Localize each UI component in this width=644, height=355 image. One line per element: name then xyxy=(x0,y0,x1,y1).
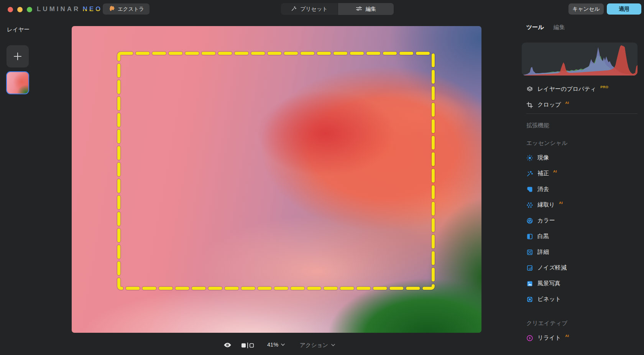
window-zoom-button[interactable] xyxy=(27,7,32,12)
layer-thumbnail[interactable] xyxy=(6,71,29,94)
extras-button[interactable]: エクストラ xyxy=(103,3,150,15)
tool-label: ビネット xyxy=(537,296,561,303)
zoom-level-dropdown[interactable]: 41% xyxy=(267,342,285,348)
tool-label: 白黒 xyxy=(537,233,549,240)
logo-text-luminar: LUMINAR xyxy=(37,5,80,13)
preview-toggle-button[interactable] xyxy=(223,342,232,350)
actions-dropdown[interactable]: アクション xyxy=(300,342,335,349)
tool-vignette[interactable]: ビネット xyxy=(526,291,641,307)
tool-relight[interactable]: リライト AI xyxy=(526,330,641,346)
tool-label: クロップ xyxy=(537,101,561,108)
details-checker-icon xyxy=(526,249,533,256)
tool-label: 風景写真 xyxy=(537,280,560,287)
section-creative: クリエイティブ xyxy=(526,307,641,330)
tool-layer-properties[interactable]: レイヤーのプロパティ PRO xyxy=(526,81,641,97)
logo-text-neo: NEO xyxy=(82,5,102,13)
eye-icon xyxy=(223,342,232,348)
histogram-panel xyxy=(522,43,637,76)
ai-badge: AI xyxy=(559,201,563,205)
tool-label: 現像 xyxy=(537,154,549,161)
app-logo: LUMINARNEO xyxy=(37,5,102,13)
histogram-chart xyxy=(522,43,637,76)
tool-details[interactable]: 詳細 xyxy=(526,244,641,260)
tool-label: 補正 xyxy=(537,170,549,177)
apply-button[interactable]: 適用 xyxy=(607,3,641,15)
tool-crop[interactable]: クロップ AI xyxy=(526,97,641,113)
pro-badge: PRO xyxy=(600,85,608,89)
tools-list: レイヤーのプロパティ PRO クロップ AI 拡張機能 エッセンシャル 現像 補… xyxy=(526,81,641,346)
tool-label: 縁取り xyxy=(537,201,555,209)
add-layer-button[interactable] xyxy=(7,45,29,67)
landscape-photo-icon xyxy=(526,280,533,287)
tool-black-white[interactable]: 白黒 xyxy=(526,228,641,244)
tab-presets[interactable]: プリセット xyxy=(281,3,338,15)
selection-overlay[interactable] xyxy=(72,26,481,333)
tool-label: 消去 xyxy=(537,186,549,193)
chevron-down-icon xyxy=(281,343,285,346)
tab-edits[interactable]: 編集 xyxy=(554,24,565,31)
tool-enhance[interactable]: 補正 AI xyxy=(526,166,641,181)
ai-badge: AI xyxy=(565,101,569,105)
develop-sun-icon xyxy=(526,154,533,161)
layers-panel-title: レイヤー xyxy=(7,26,30,33)
right-panel-tabs: ツール 編集 xyxy=(526,24,565,31)
mode-tabs: プリセット 編集 xyxy=(281,3,394,15)
tool-label: レイヤーのプロパティ xyxy=(537,85,596,93)
tool-erase[interactable]: 消去 xyxy=(526,181,641,197)
tab-edit[interactable]: 編集 xyxy=(338,3,394,15)
selection-shadow xyxy=(119,53,433,288)
tool-label: リライト xyxy=(537,334,561,342)
compare-button[interactable] xyxy=(241,342,255,350)
tool-landscape[interactable]: 風景写真 xyxy=(526,276,641,291)
section-extensions: 拡張機能 xyxy=(526,115,641,132)
window-close-button[interactable] xyxy=(8,7,13,12)
enhance-sparkle-icon xyxy=(526,170,533,177)
layers-icon xyxy=(526,86,533,93)
tool-develop[interactable]: 現像 xyxy=(526,150,641,166)
black-white-icon xyxy=(526,233,533,240)
crop-icon xyxy=(526,102,533,108)
cancel-button[interactable]: キャンセル xyxy=(568,3,604,15)
selection-rectangle[interactable] xyxy=(119,53,433,288)
ai-badge: AI xyxy=(565,334,569,338)
luminar-neo-window: LUMINARNEO エクストラ プリセット 編集 キャンセル 適用 xyxy=(0,0,644,355)
structure-dots-icon xyxy=(526,202,533,209)
noise-reduction-icon xyxy=(526,265,533,271)
tool-color[interactable]: カラー xyxy=(526,213,641,228)
tool-label: カラー xyxy=(537,217,555,224)
eraser-icon xyxy=(526,186,533,193)
compare-icon xyxy=(241,342,255,348)
vignette-icon xyxy=(526,296,533,303)
actions-label: アクション xyxy=(300,342,328,349)
plus-icon xyxy=(13,51,23,61)
tab-tools[interactable]: ツール xyxy=(526,24,544,31)
tool-structure[interactable]: 縁取り AI xyxy=(526,197,641,213)
color-wheel-icon xyxy=(526,217,533,224)
ai-badge: AI xyxy=(553,169,557,173)
tool-label: ノイズ軽減 xyxy=(537,264,567,271)
extras-label: エクストラ xyxy=(118,6,144,13)
sliders-icon xyxy=(356,6,362,13)
tool-label: 詳細 xyxy=(537,248,549,256)
window-minimize-button[interactable] xyxy=(17,7,23,12)
photo-canvas[interactable] xyxy=(72,26,481,333)
tools-separator xyxy=(526,113,637,114)
zoom-level-value: 41% xyxy=(267,342,278,348)
top-bar: LUMINARNEO エクストラ プリセット 編集 キャンセル 適用 xyxy=(0,0,644,18)
magic-wand-icon xyxy=(291,6,297,13)
presets-tab-label: プリセット xyxy=(300,6,328,13)
section-essentials: エッセンシャル xyxy=(526,132,641,150)
edit-tab-label: 編集 xyxy=(366,6,376,13)
tool-noise-reduction[interactable]: ノイズ軽減 xyxy=(526,260,641,276)
chevron-down-icon xyxy=(331,344,335,347)
relight-bolt-icon xyxy=(526,335,533,342)
puzzle-icon xyxy=(108,5,115,13)
